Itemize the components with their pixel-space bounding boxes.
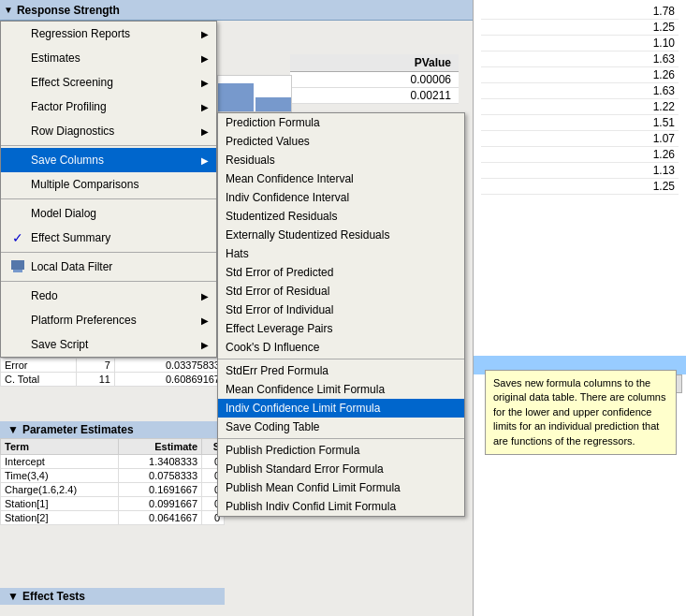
sc-menu-item-indiv-conf-limit[interactable]: Indiv Confidence Limit Formula (218, 399, 464, 418)
pvalue-row-2: 0.00211 (290, 88, 459, 104)
menu-icon-save-script (8, 335, 27, 354)
menu-item-factor-profiling[interactable]: Factor Profiling ▶ (1, 95, 216, 119)
param-col-term: Term (1, 439, 119, 455)
sc-menu-item-residuals[interactable]: Residuals (218, 151, 464, 169)
data-value-8: 1.51 (481, 115, 679, 131)
menu-icon-save-columns (8, 151, 27, 169)
menu-item-regression-reports[interactable]: Regression Reports ▶ (1, 22, 216, 46)
sc-menu-item-predicted-values[interactable]: Predicted Values (218, 132, 464, 151)
menu-label-local-data-filter: Local Data Filter (31, 260, 209, 273)
data-value-2: 1.25 (481, 20, 679, 36)
param-row-station1: Station[1] 0.0991667 0 (1, 497, 225, 511)
menu-item-effect-summary[interactable]: ✓ Effect Summary (1, 226, 216, 250)
param-term-station2: Station[2] (1, 511, 119, 525)
menu-label-multiple-comparisons: Multiple Comparisons (31, 178, 209, 191)
sc-divider-2 (218, 438, 464, 439)
menu-item-redo[interactable]: Redo ▶ (1, 284, 216, 308)
effect-section: ▼ Effect Tests (0, 588, 225, 616)
sc-label-prediction-formula: Prediction Formula (226, 116, 457, 129)
menu-divider-4 (1, 281, 216, 282)
sc-menu-item-mean-ci[interactable]: Mean Confidence Interval (218, 169, 464, 188)
sc-menu-item-save-coding[interactable]: Save Coding Table (218, 418, 464, 436)
sc-menu-item-mean-conf-limit[interactable]: Mean Confidence Limit Formula (218, 380, 464, 399)
sc-menu-item-publish-mean-confid[interactable]: Publish Mean Confid Limit Formula (218, 478, 464, 497)
menu-icon-platform-pref (8, 311, 27, 330)
menu-divider-2 (1, 198, 216, 199)
menu-icon-effect-summary: ✓ (8, 228, 27, 247)
data-values-list: 1.78 1.25 1.10 1.63 1.26 1.63 1.22 1.51 … (474, 0, 686, 198)
data-value-5: 1.26 (481, 67, 679, 83)
sc-label-std-err-pred: Std Error of Predicted (226, 266, 457, 279)
menu-item-row-diagnostics[interactable]: Row Diagnostics ▶ (1, 119, 216, 143)
save-columns-submenu: Prediction Formula Predicted Values Resi… (217, 112, 465, 517)
anova-ss-ctotal: 0.60869167 (114, 373, 224, 387)
menu-item-model-dialog[interactable]: Model Dialog (1, 201, 216, 226)
sc-menu-item-std-err-pred[interactable]: Std Error of Predicted (218, 263, 464, 282)
sc-label-indiv-conf-limit: Indiv Confidence Limit Formula (226, 402, 457, 415)
bar-2 (255, 97, 291, 111)
menu-label-platform-pref: Platform Preferences (31, 314, 201, 327)
menu-label-model-dialog: Model Dialog (31, 207, 209, 220)
effect-triangle-icon: ▼ (7, 590, 19, 603)
sc-menu-item-cooks-d[interactable]: Cook's D Influence (218, 338, 464, 357)
param-row-charge: Charge(1.6,2.4) 0.1691667 0 (1, 483, 225, 497)
menu-item-platform-preferences[interactable]: Platform Preferences ▶ (1, 308, 216, 332)
sc-menu-item-std-err-residual[interactable]: Std Error of Residual (218, 282, 464, 301)
menu-label-estimates: Estimates (31, 51, 201, 65)
anova-ss-error: 0.03375833 (114, 359, 224, 373)
sc-label-ext-studentized: Externally Studentized Residuals (226, 228, 457, 242)
pvalue-area: PValue 0.00006 0.00211 (290, 54, 459, 104)
sc-label-predicted-values: Predicted Values (226, 135, 457, 148)
sc-menu-item-std-err-indiv[interactable]: Std Error of Individual (218, 301, 464, 319)
svg-rect-1 (13, 270, 22, 272)
sc-menu-item-publish-stderr[interactable]: Publish Standard Error Formula (218, 460, 464, 478)
tooltip-text: Saves new formula columns to the origina… (493, 377, 665, 447)
anova-row-error: Error 7 0.03375833 (1, 359, 225, 373)
menu-item-save-script[interactable]: Save Script ▶ (1, 332, 216, 357)
sc-menu-item-effect-leverage[interactable]: Effect Leverage Pairs (218, 319, 464, 338)
sc-menu-item-studentized[interactable]: Studentized Residuals (218, 207, 464, 226)
sc-label-stderr-pred-formula: StdErr Pred Formula (226, 364, 457, 377)
menu-item-estimates[interactable]: Estimates ▶ (1, 46, 216, 70)
menu-label-effect-screening: Effect Screening (31, 76, 201, 89)
submenu-arrow-save-script: ▶ (201, 340, 209, 350)
bar-1 (218, 83, 254, 111)
menu-label-redo: Redo (31, 289, 201, 302)
param-est-time: 0.0758333 (118, 469, 201, 483)
menu-item-save-columns[interactable]: Save Columns ▶ (1, 148, 216, 172)
param-term-time: Time(3,4) (1, 469, 119, 483)
sc-menu-item-publish-pred[interactable]: Publish Prediction Formula (218, 441, 464, 460)
data-value-12: 1.25 (481, 179, 679, 195)
sc-menu-item-stderr-pred-formula[interactable]: StdErr Pred Formula (218, 361, 464, 380)
sc-menu-item-publish-indiv-confid[interactable]: Publish Indiv Confid Limit Formula (218, 497, 464, 516)
param-term-charge: Charge(1.6,2.4) (1, 483, 119, 497)
sc-menu-item-prediction-formula[interactable]: Prediction Formula (218, 113, 464, 132)
anova-df-ctotal: 11 (76, 373, 114, 387)
bar-chart (217, 75, 292, 112)
sc-label-indiv-ci: Indiv Confidence Interval (226, 191, 457, 204)
param-title: Parameter Estimates (22, 423, 134, 436)
data-value-4: 1.63 (481, 51, 679, 67)
submenu-arrow-regression: ▶ (201, 29, 209, 39)
sc-menu-item-ext-studentized[interactable]: Externally Studentized Residuals (218, 226, 464, 244)
anova-source-ctotal: C. Total (1, 373, 77, 387)
response-strength-bar[interactable]: ▼ Response Strength (0, 0, 473, 21)
param-row-intercept: Intercept 1.3408333 0 (1, 455, 225, 469)
menu-item-local-data-filter[interactable]: Local Data Filter (1, 255, 216, 279)
menu-item-effect-screening[interactable]: Effect Screening ▶ (1, 70, 216, 95)
param-term-station1: Station[1] (1, 497, 119, 511)
sc-divider-1 (218, 359, 464, 359)
param-est-station2: 0.0641667 (118, 511, 201, 525)
param-est-station1: 0.0991667 (118, 497, 201, 511)
anova-df-error: 7 (76, 359, 114, 373)
sc-menu-item-hats[interactable]: Hats (218, 244, 464, 263)
pvalue-header: PValue (290, 54, 459, 72)
sc-label-std-err-indiv: Std Error of Individual (226, 303, 457, 316)
param-row-time: Time(3,4) 0.0758333 0 (1, 469, 225, 483)
sc-menu-item-indiv-ci[interactable]: Indiv Confidence Interval (218, 188, 464, 207)
menu-item-multiple-comparisons[interactable]: Multiple Comparisons (1, 172, 216, 197)
menu-label-regression: Regression Reports (31, 27, 201, 40)
sc-label-save-coding: Save Coding Table (226, 420, 457, 433)
menu-label-factor-profiling: Factor Profiling (31, 100, 201, 113)
submenu-arrow-row-diagnostics: ▶ (201, 126, 209, 137)
